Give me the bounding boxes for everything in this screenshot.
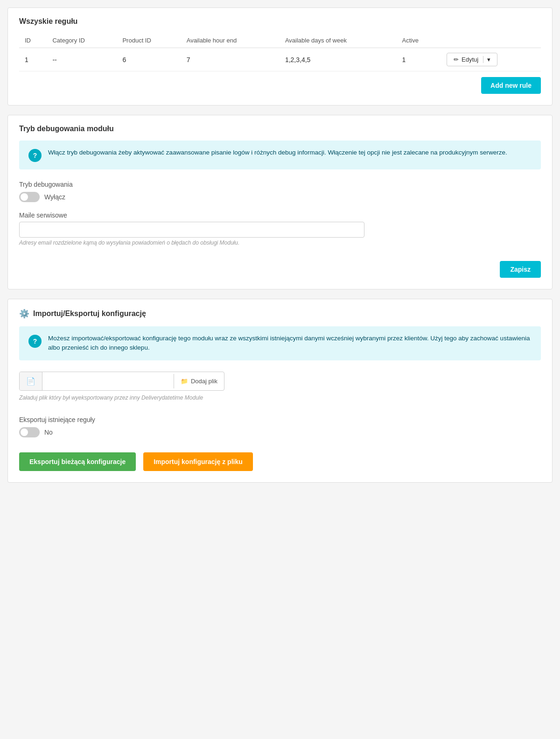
save-row: Zapisz: [19, 250, 541, 278]
folder-icon: 📁: [181, 378, 188, 385]
export-config-button[interactable]: Eksportuj bieżącą konfiguracje: [19, 452, 136, 471]
file-icon-button[interactable]: 📄: [20, 372, 42, 390]
import-export-info-icon: ?: [28, 335, 42, 348]
gear-icon: ⚙️: [19, 309, 29, 319]
col-header-active: Active: [397, 33, 441, 48]
debug-mode-card: Tryb debugowania modułu ? Włącz tryb deb…: [7, 115, 553, 289]
cell-id: 1: [19, 48, 47, 71]
email-hint: Adresy email rozdzielone kąmą do wysyłan…: [19, 239, 541, 246]
debug-toggle-text: Wyłącz: [44, 193, 65, 201]
chevron-down-icon: ▾: [483, 56, 490, 63]
col-header-actions: [441, 33, 541, 48]
col-header-category-id: Category ID: [47, 33, 117, 48]
file-upload-row: 📄 📁 Dodaj plik: [19, 372, 224, 391]
debug-info-box: ? Włącz tryb debugowania żeby aktywować …: [19, 141, 541, 169]
col-header-id: ID: [19, 33, 47, 48]
debug-mode-title: Tryb debugowania modułu: [19, 125, 541, 133]
import-export-info-text: Możesz importować/eksportować konfigurac…: [48, 334, 532, 353]
bottom-buttons-row: Eksportuj bieżącą konfiguracje Importuj …: [19, 452, 541, 471]
cell-actions: ✏ Edytuj ▾: [441, 48, 541, 71]
add-rule-row: Add new rule: [19, 77, 541, 94]
debug-toggle-row: Tryb debugowania Wyłącz: [19, 181, 541, 202]
col-header-available-hour-end: Available hour end: [181, 33, 280, 48]
cell-days: 1,2,3,4,5: [280, 48, 397, 71]
debug-toggle[interactable]: [19, 192, 40, 202]
import-export-info-box: ? Możesz importować/eksportować konfigur…: [19, 326, 541, 360]
cell-hour-end: 7: [181, 48, 280, 71]
email-input[interactable]: [19, 222, 364, 238]
debug-info-text: Włącz tryb debugowania żeby aktywować za…: [48, 148, 507, 157]
file-path-input[interactable]: [42, 373, 174, 388]
import-export-card: ⚙️ Importuj/Eksportuj konfigurację ? Moż…: [7, 299, 553, 483]
file-icon: 📄: [26, 377, 35, 385]
email-form-group: Maile serwisowe Adresy email rozdzielone…: [19, 211, 541, 246]
col-header-available-days: Available days of week: [280, 33, 397, 48]
export-rules-toggle-wrap: No: [19, 427, 541, 437]
pencil-icon: ✏: [454, 56, 459, 63]
save-button[interactable]: Zapisz: [500, 261, 541, 278]
add-new-rule-button[interactable]: Add new rule: [481, 77, 541, 94]
table-row: 1 -- 6 7 1,2,3,4,5 1 ✏ Edytuj ▾: [19, 48, 541, 71]
import-export-title: ⚙️ Importuj/Eksportuj konfigurację: [19, 309, 541, 319]
export-rules-toggle-text: No: [44, 429, 53, 436]
cell-category-id: --: [47, 48, 117, 71]
import-config-button[interactable]: Importuj konfigurację z pliku: [143, 452, 253, 471]
cell-product-id: 6: [117, 48, 181, 71]
debug-info-icon: ?: [28, 149, 42, 162]
edit-button[interactable]: ✏ Edytuj ▾: [447, 53, 497, 66]
rules-table-title: Wszyskie regułu: [19, 17, 541, 26]
rules-table-card: Wszyskie regułu ID Category ID Product I…: [7, 7, 553, 106]
email-label: Maile serwisowe: [19, 211, 541, 219]
export-rules-toggle-row: Eksportuj istniejące reguły No: [19, 416, 541, 437]
file-hint: Załaduj plik który był wyeksportowany pr…: [19, 394, 541, 401]
export-rules-toggle[interactable]: [19, 427, 40, 437]
cell-active: 1: [397, 48, 441, 71]
rules-table: ID Category ID Product ID Available hour…: [19, 33, 541, 71]
debug-toggle-label: Tryb debugowania: [19, 181, 541, 188]
debug-toggle-wrap: Wyłącz: [19, 192, 541, 202]
col-header-product-id: Product ID: [117, 33, 181, 48]
export-rules-label: Eksportuj istniejące reguły: [19, 416, 541, 423]
choose-file-button[interactable]: 📁 Dodaj plik: [174, 374, 224, 388]
